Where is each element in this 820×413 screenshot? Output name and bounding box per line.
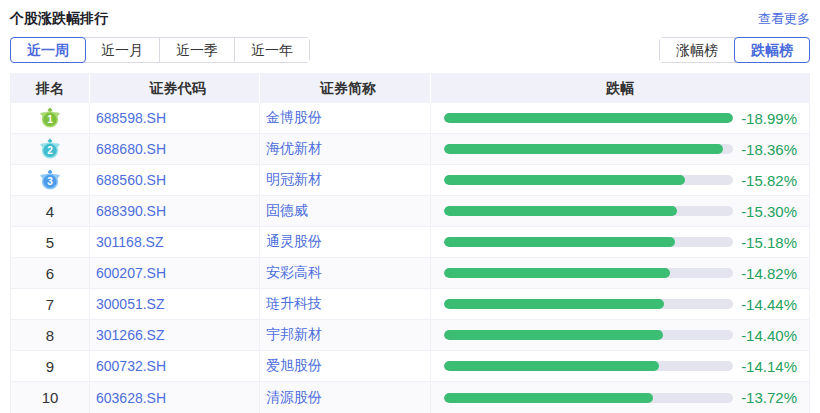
page-title: 个股涨跌幅排行 xyxy=(10,10,108,28)
table-row: 1 688598.SH 金博股份 -18.99% xyxy=(11,103,809,134)
ranking-table: 排名 证券代码 证券简称 跌幅 1 688598.SH 金博股份 -18.99%… xyxy=(10,73,810,413)
stock-name-link[interactable]: 明冠新材 xyxy=(266,171,322,189)
stock-code-link[interactable]: 301266.SZ xyxy=(96,327,165,343)
change-bar-track xyxy=(444,113,733,123)
change-value: -14.40% xyxy=(741,327,809,344)
rank-cell: 9 xyxy=(11,351,90,381)
stock-name-link[interactable]: 通灵股份 xyxy=(266,233,322,251)
change-value: -18.36% xyxy=(741,141,809,158)
column-header-rank: 排名 xyxy=(11,73,90,103)
change-cell: -15.82% xyxy=(431,165,809,195)
rank-cell: 7 xyxy=(11,289,90,319)
tab-last-quarter[interactable]: 近一季 xyxy=(160,38,235,62)
toggle-losers[interactable]: 跌幅榜 xyxy=(734,37,810,63)
change-value: -15.30% xyxy=(741,203,809,220)
stock-code-link[interactable]: 600207.SH xyxy=(96,265,166,281)
change-bar-track xyxy=(444,175,733,185)
rank-cell: 10 xyxy=(11,382,90,413)
stock-code-link[interactable]: 600732.SH xyxy=(96,358,166,374)
change-bar-fill xyxy=(444,175,685,185)
change-cell: -18.99% xyxy=(431,103,809,133)
rank-number: 4 xyxy=(46,203,54,220)
change-cell: -14.82% xyxy=(431,258,809,288)
change-value: -14.14% xyxy=(741,358,809,375)
table-row: 10 603628.SH 清源股份 -13.72% xyxy=(11,382,809,413)
gainers-losers-toggle: 涨幅榜 跌幅榜 xyxy=(659,37,810,63)
rank-cell: 2 xyxy=(11,134,90,164)
rank-number: 6 xyxy=(46,265,54,282)
table-row: 3 688560.SH 明冠新材 -15.82% xyxy=(11,165,809,196)
change-cell: -14.14% xyxy=(431,351,809,381)
change-value: -13.72% xyxy=(741,389,809,406)
stock-code-link[interactable]: 300051.SZ xyxy=(96,296,165,312)
table-row: 9 600732.SH 爱旭股份 -14.14% xyxy=(11,351,809,382)
stock-code-link[interactable]: 301168.SZ xyxy=(96,234,163,250)
rank-number: 9 xyxy=(46,358,54,375)
table-row: 4 688390.SH 固德威 -15.30% xyxy=(11,196,809,227)
stock-code-link[interactable]: 688560.SH xyxy=(96,172,166,188)
stock-code-link[interactable]: 688390.SH xyxy=(96,203,166,219)
table-body: 1 688598.SH 金博股份 -18.99% 2 688680.SH 海优新… xyxy=(11,103,809,413)
rank-medal-icon: 3 xyxy=(39,169,61,191)
toggle-gainers[interactable]: 涨幅榜 xyxy=(660,38,735,62)
change-cell: -14.44% xyxy=(431,289,809,319)
change-value: -14.82% xyxy=(741,265,809,282)
stock-name-link[interactable]: 琏升科技 xyxy=(266,295,322,313)
period-tab-group: 近一周 近一月 近一季 近一年 xyxy=(10,37,310,63)
change-cell: -15.18% xyxy=(431,227,809,257)
change-value: -15.82% xyxy=(741,172,809,189)
table-row: 7 300051.SZ 琏升科技 -14.44% xyxy=(11,289,809,320)
rank-cell: 8 xyxy=(11,320,90,350)
column-header-code: 证券代码 xyxy=(90,73,260,103)
stock-name-link[interactable]: 安彩高科 xyxy=(266,264,322,282)
rank-number: 5 xyxy=(46,234,54,251)
rank-number: 10 xyxy=(42,389,59,406)
stock-code-link[interactable]: 688680.SH xyxy=(96,141,166,157)
rank-number: 7 xyxy=(46,296,54,313)
change-bar-track xyxy=(444,237,733,247)
rank-cell: 4 xyxy=(11,196,90,226)
change-cell: -18.36% xyxy=(431,134,809,164)
stock-code-link[interactable]: 603628.SH xyxy=(96,390,166,406)
svg-text:3: 3 xyxy=(47,176,53,187)
tab-last-month[interactable]: 近一月 xyxy=(85,38,160,62)
table-header-row: 排名 证券代码 证券简称 跌幅 xyxy=(11,73,809,103)
change-bar-track xyxy=(444,393,733,403)
stock-name-link[interactable]: 爱旭股份 xyxy=(266,357,322,375)
table-row: 6 600207.SH 安彩高科 -14.82% xyxy=(11,258,809,289)
stock-name-link[interactable]: 宇邦新材 xyxy=(266,326,322,344)
stock-name-link[interactable]: 固德威 xyxy=(266,202,308,220)
rank-cell: 1 xyxy=(11,103,90,133)
change-bar-fill xyxy=(444,144,723,154)
change-cell: -14.40% xyxy=(431,320,809,350)
stock-name-link[interactable]: 清源股份 xyxy=(266,389,322,407)
change-cell: -15.30% xyxy=(431,196,809,226)
change-bar-fill xyxy=(444,206,677,216)
table-row: 2 688680.SH 海优新材 -18.36% xyxy=(11,134,809,165)
tab-last-week[interactable]: 近一周 xyxy=(10,37,86,63)
rank-cell: 5 xyxy=(11,227,90,257)
change-bar-fill xyxy=(444,237,675,247)
rank-number: 8 xyxy=(46,327,54,344)
rank-medal-icon: 1 xyxy=(39,107,61,129)
change-cell: -13.72% xyxy=(431,382,809,413)
tab-last-year[interactable]: 近一年 xyxy=(235,38,309,62)
change-bar-track xyxy=(444,361,733,371)
change-bar-fill xyxy=(444,299,664,309)
svg-text:1: 1 xyxy=(47,114,53,125)
stock-name-link[interactable]: 金博股份 xyxy=(266,109,322,127)
change-bar-fill xyxy=(444,268,670,278)
change-bar-track xyxy=(444,144,733,154)
table-row: 5 301168.SZ 通灵股份 -15.18% xyxy=(11,227,809,258)
stock-code-link[interactable]: 688598.SH xyxy=(96,110,166,126)
change-value: -15.18% xyxy=(741,234,809,251)
table-row: 8 301266.SZ 宇邦新材 -14.40% xyxy=(11,320,809,351)
controls-row: 近一周 近一月 近一季 近一年 涨幅榜 跌幅榜 xyxy=(10,37,810,63)
change-bar-fill xyxy=(444,393,653,403)
rank-cell: 3 xyxy=(11,165,90,195)
view-more-link[interactable]: 查看更多 xyxy=(758,10,810,28)
stock-name-link[interactable]: 海优新材 xyxy=(266,140,322,158)
column-header-change: 跌幅 xyxy=(431,73,809,103)
change-bar-fill xyxy=(444,361,659,371)
rank-cell: 6 xyxy=(11,258,90,288)
